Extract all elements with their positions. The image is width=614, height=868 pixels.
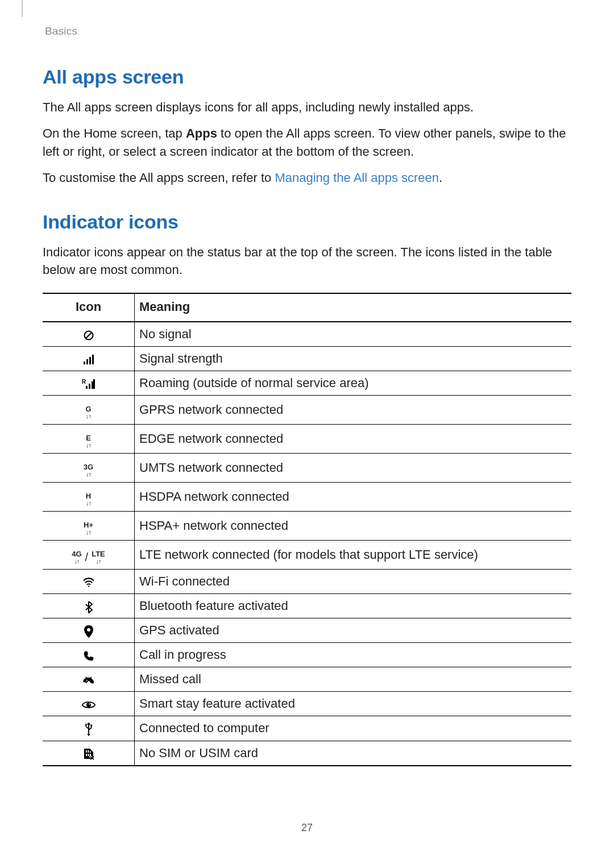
table-row: E↓↑ EDGE network connected <box>43 425 571 454</box>
net-label-lte: LTE <box>92 550 105 558</box>
cell-meaning: LTE network connected (for models that s… <box>135 541 572 570</box>
svg-rect-10 <box>93 379 95 389</box>
svg-marker-21 <box>87 734 90 736</box>
table-row: Smart stay feature activated <box>43 692 571 716</box>
table-row: Wi-Fi connected <box>43 570 571 594</box>
wifi-icon <box>43 570 135 594</box>
hspa-plus-icon: H+↓↑ <box>43 512 135 541</box>
net-label: H+ <box>84 521 93 529</box>
cell-meaning: No SIM or USIM card <box>135 741 572 766</box>
page-number: 27 <box>0 822 614 834</box>
svg-point-15 <box>86 703 91 707</box>
table-row: Connected to computer <box>43 716 571 741</box>
cell-meaning: Connected to computer <box>135 716 572 741</box>
net-label: G <box>85 405 91 413</box>
svg-rect-9 <box>92 381 93 389</box>
table-row: GPS activated <box>43 618 571 643</box>
table-row: Signal strength <box>43 347 571 371</box>
svg-rect-22 <box>86 750 87 753</box>
cell-meaning: Bluetooth feature activated <box>135 594 572 618</box>
table-row: H↓↑ HSDPA network connected <box>43 483 571 512</box>
paragraph-all-apps-2: On the Home screen, tap Apps to open the… <box>43 124 571 161</box>
gprs-icon: G↓↑ <box>43 396 135 425</box>
svg-rect-4 <box>89 357 91 364</box>
svg-rect-8 <box>89 384 90 389</box>
slash: / <box>84 551 90 564</box>
indicator-icons-table: Icon Meaning No signal Signal strength <box>43 293 571 766</box>
net-label: 3G <box>84 463 93 471</box>
cell-meaning: No signal <box>135 322 572 347</box>
svg-rect-24 <box>90 751 91 753</box>
updown-arrows-icon: ↓↑ <box>86 413 91 420</box>
updown-arrows-icon: ↓↑ <box>86 442 91 448</box>
table-row: Missed call <box>43 667 571 692</box>
paragraph-all-apps-3: To customise the All apps screen, refer … <box>43 169 571 187</box>
umts-icon: 3G↓↑ <box>43 454 135 483</box>
table-row: 4G↓↑ / LTE↓↑ LTE network connected (for … <box>43 541 571 570</box>
updown-arrows-icon: ↓↑ <box>74 558 79 564</box>
paragraph-all-apps-1: The All apps screen displays icons for a… <box>43 98 571 117</box>
table-row: No signal <box>43 322 571 347</box>
updown-arrows-icon: ↓↑ <box>86 529 91 535</box>
updown-arrows-icon: ↓↑ <box>96 558 101 564</box>
svg-line-1 <box>86 333 92 338</box>
svg-rect-5 <box>92 355 94 364</box>
svg-point-19 <box>85 724 86 725</box>
table-row: G↓↑ GPRS network connected <box>43 396 571 425</box>
net-label: H <box>86 492 91 500</box>
cell-meaning: GPS activated <box>135 618 572 643</box>
table-header-row: Icon Meaning <box>43 293 571 322</box>
cell-meaning: Roaming (outside of normal service area) <box>135 371 572 396</box>
call-icon <box>43 643 135 667</box>
svg-rect-7 <box>86 386 88 389</box>
svg-point-12 <box>87 628 90 632</box>
svg-text:R: R <box>82 379 86 385</box>
page: Basics All apps screen The All apps scre… <box>0 0 614 868</box>
cell-meaning: GPRS network connected <box>135 396 572 425</box>
paragraph-indicator-intro: Indicator icons appear on the status bar… <box>43 243 571 280</box>
table-row: Bluetooth feature activated <box>43 594 571 618</box>
usb-icon <box>43 716 135 741</box>
no-sim-icon <box>43 741 135 766</box>
bold-apps: Apps <box>186 126 217 140</box>
svg-rect-23 <box>88 750 89 753</box>
cell-meaning: Wi-Fi connected <box>135 570 572 594</box>
hsdpa-icon: H↓↑ <box>43 483 135 512</box>
table-row: Call in progress <box>43 643 571 667</box>
cell-meaning: Missed call <box>135 667 572 692</box>
text: To customise the All apps screen, refer … <box>43 171 275 185</box>
cell-meaning: Signal strength <box>135 347 572 371</box>
table-row: H+↓↑ HSPA+ network connected <box>43 512 571 541</box>
text: . <box>439 171 442 185</box>
cell-meaning: Smart stay feature activated <box>135 692 572 716</box>
heading-all-apps: All apps screen <box>43 66 571 88</box>
table-row: 3G↓↑ UMTS network connected <box>43 454 571 483</box>
net-label: E <box>86 434 91 442</box>
table-row: R Roaming (outside of normal service are… <box>43 371 571 396</box>
svg-point-16 <box>89 703 90 704</box>
no-signal-icon <box>43 322 135 347</box>
svg-marker-11 <box>88 585 90 587</box>
svg-rect-20 <box>90 724 92 726</box>
text: On the Home screen, tap <box>43 126 186 140</box>
updown-arrows-icon: ↓↑ <box>86 500 91 506</box>
net-label-4g: 4G <box>72 550 81 558</box>
breadcrumb: Basics <box>45 25 571 38</box>
roaming-icon: R <box>43 371 135 396</box>
smart-stay-icon <box>43 692 135 716</box>
table-row: No SIM or USIM card <box>43 741 571 766</box>
svg-rect-26 <box>88 754 89 756</box>
cell-meaning: HSPA+ network connected <box>135 512 572 541</box>
gps-icon <box>43 618 135 643</box>
svg-rect-2 <box>84 362 85 364</box>
cell-meaning: EDGE network connected <box>135 425 572 454</box>
heading-indicator-icons: Indicator icons <box>43 211 571 233</box>
cell-meaning: HSDPA network connected <box>135 483 572 512</box>
link-manage-all-apps[interactable]: Managing the All apps screen <box>275 171 439 185</box>
missed-call-icon <box>43 667 135 692</box>
cell-meaning: UMTS network connected <box>135 454 572 483</box>
updown-arrows-icon: ↓↑ <box>86 471 91 477</box>
cell-meaning: Call in progress <box>135 643 572 667</box>
th-icon: Icon <box>43 293 135 322</box>
svg-rect-25 <box>86 754 87 756</box>
